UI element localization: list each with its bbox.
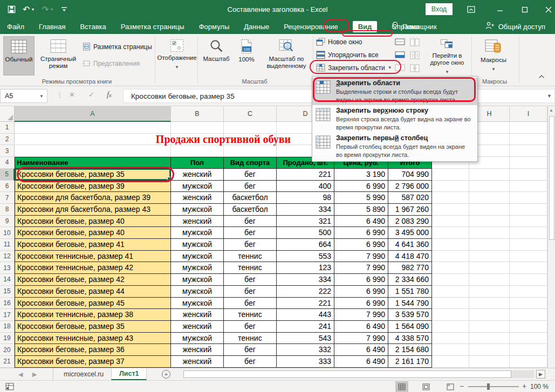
cell-A5[interactable]: Кроссовки беговые, размер 35 (15, 169, 171, 181)
cell-C17[interactable]: теннис (224, 309, 277, 321)
cell-H14[interactable] (469, 274, 510, 286)
row-header-12[interactable]: 12 (0, 251, 15, 263)
cell-F9[interactable]: 2 083 290 (388, 216, 432, 228)
cell-A2[interactable] (15, 134, 171, 146)
cell-E19[interactable]: 7 990 (334, 333, 388, 345)
zoom-slider-track[interactable] (468, 386, 519, 387)
cell-I5[interactable] (510, 169, 547, 181)
hide-window-button[interactable] (395, 51, 405, 58)
cell-B19[interactable]: мужской (171, 333, 224, 345)
cell-I13[interactable] (510, 262, 547, 274)
cell-E12[interactable]: 7 990 (334, 251, 388, 263)
cell-G18[interactable] (432, 321, 469, 333)
cell-E7[interactable]: 5 990 (334, 192, 388, 204)
insert-function-icon[interactable]: fx (107, 91, 112, 99)
cell-A20[interactable]: Кроссовки беговые, размер 36 (15, 344, 171, 356)
row-header-1[interactable]: 1 (0, 122, 15, 134)
tab-2[interactable]: Вставка (80, 23, 106, 31)
row-header-5[interactable]: 5 (0, 169, 15, 181)
cell-E21[interactable]: 6 490 (334, 356, 388, 368)
cell-I9[interactable] (510, 216, 547, 228)
cell-H17[interactable] (469, 309, 510, 321)
cell-D14[interactable]: 334 (277, 274, 334, 286)
cell-I17[interactable] (510, 309, 547, 321)
cell-E20[interactable]: 6 490 (334, 344, 388, 356)
cell-D15[interactable]: 222 (277, 286, 334, 298)
tab-vid[interactable]: Вид (353, 21, 378, 32)
cell-G14[interactable] (432, 274, 469, 286)
macros-button[interactable]: Макросы ▼ (476, 36, 511, 75)
cell-A10[interactable]: Кроссовки беговые, размер 40 (15, 227, 171, 239)
column-header-I[interactable]: I (510, 106, 547, 122)
cell-B11[interactable]: мужской (171, 239, 224, 251)
cell-F10[interactable]: 3 495 000 (388, 227, 432, 239)
cell-H10[interactable] (469, 227, 510, 239)
name-box-dropdown-arrow[interactable]: ▼ (39, 94, 47, 99)
cell-C20[interactable]: бег (224, 344, 277, 356)
save-icon[interactable] (8, 5, 16, 13)
row-header-13[interactable]: 13 (0, 262, 15, 274)
cell-G13[interactable] (432, 262, 469, 274)
cell-I12[interactable] (510, 251, 547, 263)
cell-C10[interactable]: бег (224, 227, 277, 239)
cell-F8[interactable]: 1 967 260 (388, 204, 432, 216)
cell-F12[interactable]: 4 418 470 (388, 251, 432, 263)
assistant-area[interactable]: Помощник (392, 19, 437, 34)
cell-A18[interactable]: Кроссовки беговые, размер 35 (15, 321, 171, 333)
row-header-19[interactable]: 19 (0, 333, 15, 345)
ribbon-display-options-icon[interactable] (462, 0, 480, 19)
cell-C4[interactable]: Вид спорта (224, 157, 277, 169)
cell-H18[interactable] (469, 321, 510, 333)
cell-H11[interactable] (469, 239, 510, 251)
cell-B17[interactable]: женский (171, 309, 224, 321)
cell-F5[interactable]: 704 990 (388, 169, 432, 181)
row-header-18[interactable]: 18 (0, 321, 15, 333)
cell-H9[interactable] (469, 216, 510, 228)
page-layout-button[interactable]: Разметка страницы (83, 43, 152, 51)
cell-H12[interactable] (469, 251, 510, 263)
vertical-scrollbar-thumb[interactable] (549, 116, 554, 240)
cell-B18[interactable]: женский (171, 321, 224, 333)
cell-C3[interactable] (224, 145, 277, 157)
cell-A4[interactable]: Наименование (15, 157, 171, 169)
cell-B13[interactable]: мужской (171, 262, 224, 274)
freeze-menu-item-2[interactable]: Закрепить первый столбецПервый столбец в… (312, 133, 477, 160)
cell-C8[interactable]: баскетбол (224, 204, 277, 216)
collapse-ribbon-icon[interactable] (538, 73, 545, 80)
row-header-15[interactable]: 15 (0, 286, 15, 298)
cell-D8[interactable]: 334 (277, 204, 334, 216)
cell-C9[interactable]: бег (224, 216, 277, 228)
cell-E5[interactable]: 3 190 (334, 169, 388, 181)
cell-E16[interactable]: 6 990 (334, 298, 388, 310)
row-header-10[interactable]: 10 (0, 227, 15, 239)
normal-view-button[interactable]: Обычный (3, 36, 35, 75)
cell-E8[interactable]: 5 890 (334, 204, 388, 216)
cell-C2[interactable] (224, 134, 277, 146)
cell-E17[interactable]: 7 990 (334, 309, 388, 321)
cell-G5[interactable] (432, 169, 469, 181)
cell-I21[interactable] (510, 356, 547, 368)
cell-H20[interactable] (469, 344, 510, 356)
row-header-21[interactable]: 21 (0, 356, 15, 368)
cell-C7[interactable]: баскетбол (224, 192, 277, 204)
cell-D18[interactable]: 241 (277, 321, 334, 333)
cell-E14[interactable]: 6 990 (334, 274, 388, 286)
cell-G15[interactable] (432, 286, 469, 298)
cell-D12[interactable]: 553 (277, 251, 334, 263)
cell-G20[interactable] (432, 344, 469, 356)
zoom-to-selection-button[interactable]: Масштаб по выделенному (261, 36, 312, 75)
sheet-prev-icon[interactable]: ◀ (18, 368, 23, 380)
cell-I16[interactable] (510, 298, 547, 310)
row-header-3[interactable]: 3 (0, 145, 15, 157)
row-header-6[interactable]: 6 (0, 181, 15, 192)
cell-H16[interactable] (469, 298, 510, 310)
switch-windows-button[interactable]: Перейти в другое окно ▼ (425, 36, 469, 75)
cell-F20[interactable]: 2 154 680 (388, 344, 432, 356)
cell-A6[interactable]: Кроссовки беговые, размер 39 (15, 181, 171, 192)
cell-D7[interactable]: 98 (277, 192, 334, 204)
row-header-14[interactable]: 14 (0, 274, 15, 286)
cell-C18[interactable]: бег (224, 321, 277, 333)
tab-1[interactable]: Главная (39, 23, 65, 31)
cell-E6[interactable]: 6 990 (334, 181, 388, 192)
cell-B15[interactable]: мужской (171, 286, 224, 298)
